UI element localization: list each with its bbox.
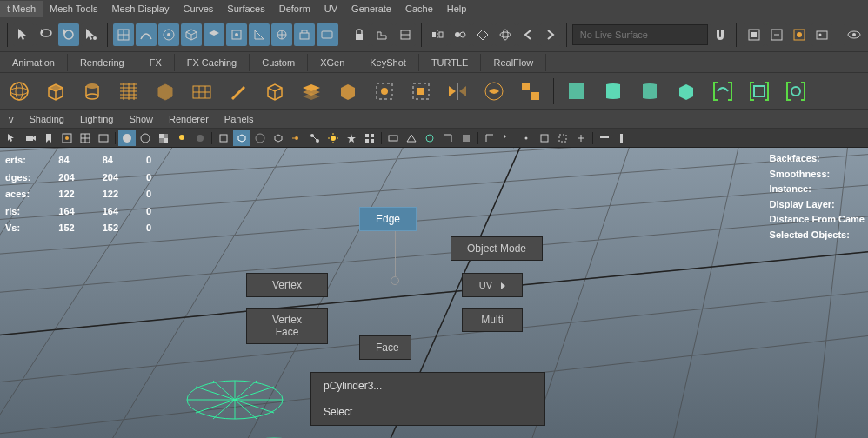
render-icon[interactable] [789,23,810,46]
pt-tex-icon[interactable] [155,130,172,146]
marking-menu-object-mode[interactable]: Object Mode [451,236,543,261]
marking-menu-uv[interactable]: UV [462,273,523,297]
pt-misc12-icon[interactable] [596,130,613,146]
teal-cube-icon[interactable] [672,77,700,105]
grid2-icon[interactable] [188,77,216,105]
bound2-icon[interactable] [407,77,435,105]
select-arrow-icon[interactable] [81,23,102,46]
render2-icon[interactable] [811,23,832,46]
menu-mesh[interactable]: t Mesh [0,1,43,17]
viewport[interactable]: erts:84840 dges:2042040 aces:1221220 ris… [0,148,868,438]
pt-shaded-icon[interactable] [118,130,136,146]
marking-menu-face[interactable]: Face [359,335,411,360]
context-menu-pcylinder[interactable]: pCylinder3... [311,373,544,399]
marking-menu-edge[interactable]: Edge [359,207,417,231]
pt-misc2-icon[interactable] [403,130,420,146]
pt-xray-icon[interactable] [251,130,269,146]
symmetry1-icon[interactable] [426,23,447,46]
tab-keyshot[interactable]: KeyShot [357,54,419,71]
pt-bookmark-icon[interactable] [40,130,57,146]
green-bracket2-icon[interactable] [745,77,773,105]
tab-realflow[interactable]: RealFlow [481,54,546,71]
pt-xray2-icon[interactable] [270,130,287,146]
pt-misc8-icon[interactable] [517,130,535,146]
pt-render-icon[interactable] [58,130,76,146]
snap-misc2-icon[interactable] [294,23,315,46]
tab-fx-caching[interactable]: FX Caching [175,54,250,71]
cube4-icon[interactable] [334,77,362,105]
snap-misc1-icon[interactable] [271,23,292,46]
pt-misc1-icon[interactable] [384,130,402,146]
menu-mesh-tools[interactable]: Mesh Tools [43,1,104,17]
tab-xgen[interactable]: XGen [308,54,357,71]
marking-menu-multi[interactable]: Multi [462,308,523,332]
snap-curve-icon[interactable] [136,23,157,46]
menu-surfaces[interactable]: Surfaces [220,1,271,17]
poly-sphere-icon[interactable] [5,77,33,105]
paint-select-tool-icon[interactable] [58,23,79,46]
menu-generate[interactable]: Generate [344,1,398,17]
tab-fx[interactable]: FX [137,54,175,71]
tab-animation[interactable]: Animation [0,54,68,71]
eye-icon[interactable] [844,23,865,46]
pt-star-icon[interactable] [343,130,360,146]
pt-grid2-icon[interactable] [361,130,378,146]
pt-misc9-icon[interactable] [536,130,553,146]
pt-select-icon[interactable] [3,130,21,146]
snap-angle-icon[interactable] [249,23,270,46]
menu-curves[interactable]: Curves [176,1,220,17]
cube3-icon[interactable] [261,77,289,105]
symmetry3-icon[interactable] [472,23,493,46]
menu-help[interactable]: Help [440,1,474,17]
pt-joints-icon[interactable] [306,130,324,146]
lock-icon[interactable] [349,23,370,46]
snap-mesh-icon[interactable] [181,23,202,46]
pt-misc5-icon[interactable] [457,130,475,146]
pt-wire-icon[interactable] [137,130,154,146]
snap-live-icon[interactable] [226,23,247,46]
teal2-icon[interactable] [599,77,627,105]
menu-mesh-display[interactable]: Mesh Display [104,1,176,17]
panel-menu-v[interactable]: v [9,114,14,124]
pt-camera-icon[interactable] [22,130,39,146]
pt-sun-icon[interactable] [324,130,342,146]
tab-rendering[interactable]: Rendering [68,54,137,71]
menu-cache[interactable]: Cache [398,1,440,17]
deformer-icon[interactable] [480,77,508,105]
pt-misc10-icon[interactable] [554,130,571,146]
context-menu-select[interactable]: Select [311,399,544,425]
green-bracket3-icon[interactable] [782,77,810,105]
panel-menu-panels[interactable]: Panels [224,114,254,124]
pt-iso-icon[interactable] [215,130,232,146]
menu-uv[interactable]: UV [317,1,344,17]
pt-vp20-icon[interactable] [233,130,250,146]
isolate-icon[interactable] [744,23,765,46]
pt-film-icon[interactable] [95,130,112,146]
tab-turtle[interactable]: TURTLE [419,54,482,71]
pt-grid-icon[interactable] [77,130,94,146]
history2-icon[interactable] [395,23,416,46]
pt-misc13-icon[interactable] [614,130,631,146]
snap-point-icon[interactable] [158,23,179,46]
arrow-right-icon[interactable] [540,23,561,46]
symmetry2-icon[interactable] [450,23,471,46]
green-bracket1-icon[interactable] [709,77,737,105]
snap-plane-icon[interactable] [204,23,224,46]
squares-icon[interactable] [517,77,544,105]
wave-icon[interactable] [115,77,143,105]
bound-icon[interactable] [371,77,398,105]
panel-menu-lighting[interactable]: Lighting [80,114,114,124]
arrow-left-icon[interactable] [517,23,538,46]
isolate2-icon[interactable] [766,23,787,46]
panel-menu-show[interactable]: Show [129,114,153,124]
lasso-tool-icon[interactable] [36,23,57,46]
select-tool-icon[interactable] [13,23,34,46]
pt-misc3-icon[interactable] [421,130,438,146]
panel-menu-renderer[interactable]: Renderer [169,114,209,124]
pt-misc11-icon[interactable] [572,130,590,146]
marking-menu-vertex[interactable]: Vertex [246,273,328,297]
live-surface-magnet-icon[interactable] [710,23,731,46]
tab-custom[interactable]: Custom [250,54,308,71]
layers-icon[interactable] [297,77,325,105]
pt-misc6-icon[interactable] [481,130,498,146]
